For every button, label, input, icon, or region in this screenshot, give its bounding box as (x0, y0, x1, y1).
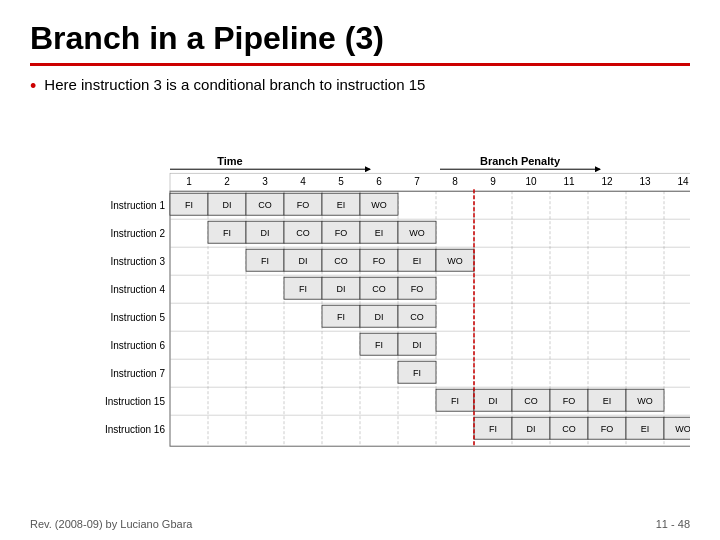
pipeline-diagram: Time Branch Penalty 1 2 3 4 5 6 (30, 108, 690, 514)
svg-text:14: 14 (677, 176, 689, 187)
svg-text:DI: DI (413, 340, 422, 350)
time-label: Time (217, 155, 242, 167)
row-label-2: Instruction 2 (111, 228, 166, 239)
svg-text:3: 3 (262, 176, 268, 187)
svg-text:FO: FO (563, 396, 576, 406)
row-label-4: Instruction 4 (111, 284, 166, 295)
svg-text:WO: WO (447, 256, 463, 266)
svg-text:EI: EI (603, 396, 612, 406)
instruction-15-stages: FI DI CO FO EI WO (436, 389, 664, 411)
svg-text:DI: DI (299, 256, 308, 266)
pipeline-svg: Time Branch Penalty 1 2 3 4 5 6 (30, 108, 690, 514)
row-label-16: Instruction 16 (105, 424, 165, 435)
svg-text:EI: EI (337, 200, 346, 210)
svg-text:DI: DI (223, 200, 232, 210)
svg-text:WO: WO (371, 200, 387, 210)
svg-text:6: 6 (376, 176, 382, 187)
row-label-7: Instruction 7 (111, 368, 166, 379)
svg-text:13: 13 (639, 176, 651, 187)
svg-text:DI: DI (527, 424, 536, 434)
svg-text:7: 7 (414, 176, 420, 187)
page-title: Branch in a Pipeline (3) (30, 20, 690, 57)
svg-text:FO: FO (297, 200, 310, 210)
instruction-1-stages: FI DI CO FO EI WO (170, 193, 398, 215)
svg-text:CO: CO (296, 228, 310, 238)
bullet-icon: • (30, 76, 36, 98)
svg-text:12: 12 (601, 176, 613, 187)
svg-text:WO: WO (675, 424, 690, 434)
svg-text:FI: FI (451, 396, 459, 406)
svg-text:WO: WO (637, 396, 653, 406)
svg-text:1: 1 (186, 176, 192, 187)
svg-text:10: 10 (525, 176, 537, 187)
svg-text:4: 4 (300, 176, 306, 187)
svg-text:FI: FI (337, 312, 345, 322)
row-label-5: Instruction 5 (111, 312, 166, 323)
svg-text:CO: CO (334, 256, 348, 266)
row-label-15: Instruction 15 (105, 396, 165, 407)
row-label-3: Instruction 3 (111, 256, 166, 267)
title-divider (30, 63, 690, 66)
instruction-7-stages: FI (398, 361, 436, 383)
svg-text:FO: FO (373, 256, 386, 266)
svg-text:FI: FI (413, 368, 421, 378)
svg-text:FO: FO (601, 424, 614, 434)
svg-text:FI: FI (375, 340, 383, 350)
branch-penalty-label: Branch Penalty (480, 155, 561, 167)
svg-text:CO: CO (524, 396, 538, 406)
svg-text:FI: FI (261, 256, 269, 266)
instruction-3-stages: FI DI CO FO EI WO (246, 249, 474, 271)
page-number: 11 - 48 (656, 518, 690, 530)
row-label-1: Instruction 1 (111, 200, 166, 211)
svg-text:FO: FO (335, 228, 348, 238)
footer-credit: Rev. (2008-09) by Luciano Gbara (30, 518, 192, 530)
svg-text:EI: EI (375, 228, 384, 238)
row-label-6: Instruction 6 (111, 340, 166, 351)
bullet-text: Here instruction 3 is a conditional bran… (44, 76, 425, 93)
svg-text:DI: DI (489, 396, 498, 406)
instruction-5-stages: FI DI CO (322, 305, 436, 327)
svg-text:CO: CO (258, 200, 272, 210)
svg-text:FI: FI (489, 424, 497, 434)
instruction-16-stages: FI DI CO FO EI WO (474, 417, 690, 439)
instruction-4-stages: FI DI CO FO (284, 277, 436, 299)
instruction-6-stages: FI DI (360, 333, 436, 355)
svg-text:DI: DI (261, 228, 270, 238)
svg-text:8: 8 (452, 176, 458, 187)
svg-text:WO: WO (409, 228, 425, 238)
svg-text:5: 5 (338, 176, 344, 187)
instruction-2-stages: FI DI CO FO EI WO (208, 221, 436, 243)
svg-text:DI: DI (337, 284, 346, 294)
slide: Branch in a Pipeline (3) • Here instruct… (0, 0, 720, 540)
svg-text:9: 9 (490, 176, 496, 187)
footer: Rev. (2008-09) by Luciano Gbara 11 - 48 (30, 514, 690, 530)
svg-text:CO: CO (372, 284, 386, 294)
svg-text:FI: FI (223, 228, 231, 238)
svg-text:EI: EI (413, 256, 422, 266)
bullet-point: • Here instruction 3 is a conditional br… (30, 76, 690, 98)
svg-text:2: 2 (224, 176, 230, 187)
svg-text:FI: FI (299, 284, 307, 294)
svg-text:CO: CO (562, 424, 576, 434)
svg-text:FI: FI (185, 200, 193, 210)
svg-text:EI: EI (641, 424, 650, 434)
svg-text:FO: FO (411, 284, 424, 294)
svg-text:DI: DI (375, 312, 384, 322)
svg-text:CO: CO (410, 312, 424, 322)
svg-text:11: 11 (563, 176, 575, 187)
